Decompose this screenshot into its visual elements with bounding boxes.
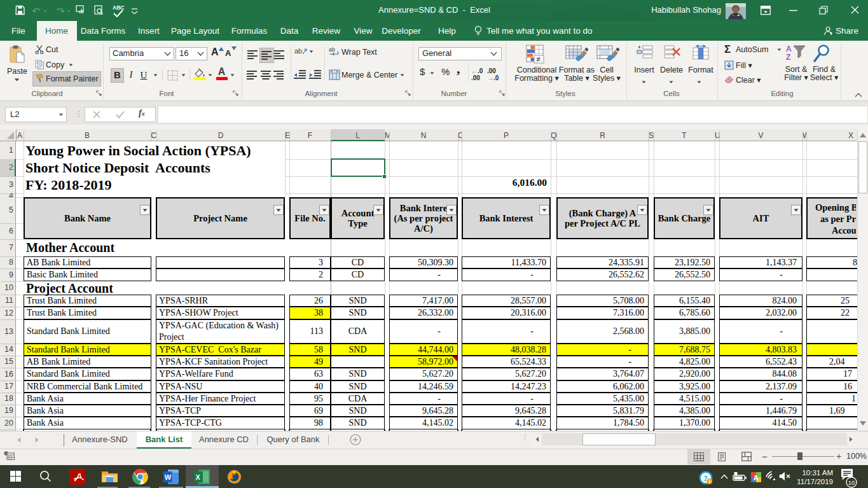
svg-text:A: A — [754, 474, 759, 482]
svg-text:A: A — [786, 45, 792, 53]
svg-text:ab: ab — [294, 47, 302, 55]
svg-text:Z: Z — [786, 53, 790, 62]
svg-text:≠: ≠ — [537, 55, 541, 64]
svg-text:ab: ab — [329, 46, 335, 53]
svg-text:10: 10 — [848, 479, 855, 486]
svg-text:W: W — [165, 473, 172, 481]
svg-text:X: X — [196, 473, 201, 481]
